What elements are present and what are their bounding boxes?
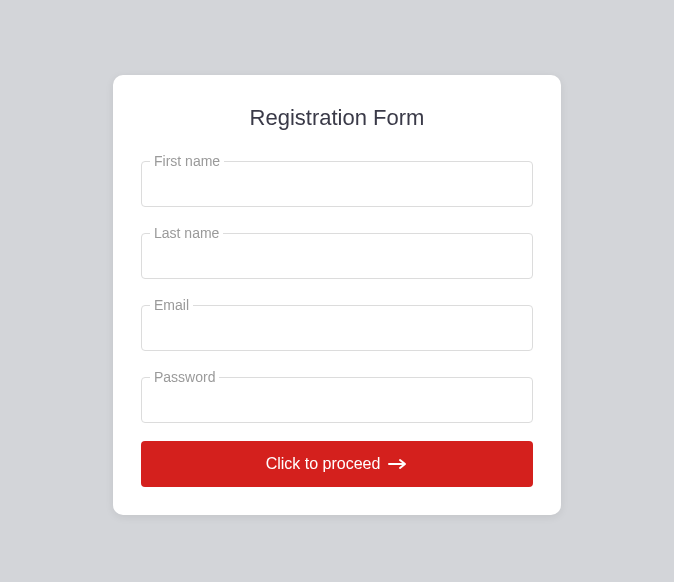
password-input[interactable] [142,385,532,422]
email-fieldset: Email [141,297,533,351]
form-title: Registration Form [141,105,533,131]
arrow-right-icon [388,458,408,470]
email-input[interactable] [142,313,532,350]
password-fieldset: Password [141,369,533,423]
email-label: Email [150,297,193,313]
first-name-input[interactable] [142,169,532,206]
last-name-fieldset: Last name [141,225,533,279]
submit-button[interactable]: Click to proceed [141,441,533,487]
last-name-input[interactable] [142,241,532,278]
submit-button-label: Click to proceed [266,455,381,473]
first-name-fieldset: First name [141,153,533,207]
registration-card: Registration Form First name Last name E… [113,75,561,515]
first-name-label: First name [150,153,224,169]
last-name-label: Last name [150,225,223,241]
password-label: Password [150,369,219,385]
